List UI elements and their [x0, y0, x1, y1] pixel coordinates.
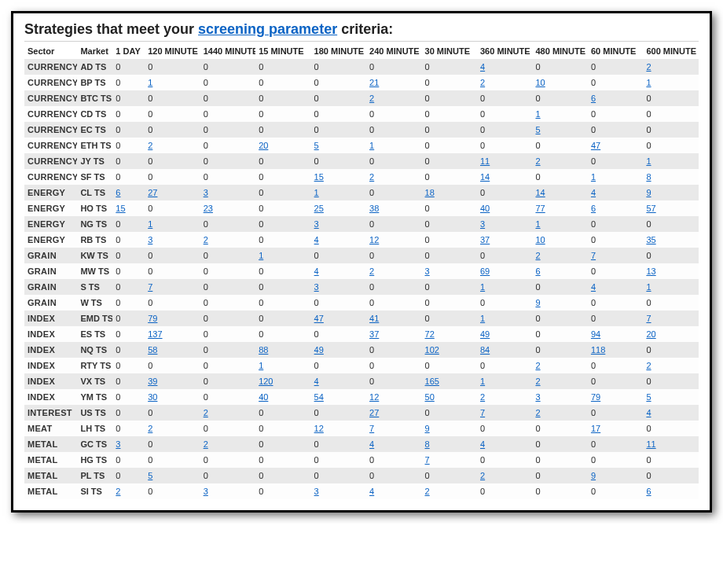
count-link[interactable]: 2: [204, 408, 208, 417]
count-link[interactable]: 47: [591, 141, 600, 150]
count-link[interactable]: 84: [480, 345, 490, 355]
count-link[interactable]: 2: [535, 156, 540, 166]
count-link[interactable]: 20: [259, 141, 268, 150]
count-link[interactable]: 165: [425, 377, 439, 386]
count-link[interactable]: 11: [480, 156, 490, 166]
count-link[interactable]: 1: [646, 282, 651, 292]
count-link[interactable]: 4: [591, 282, 596, 292]
count-link[interactable]: 25: [314, 204, 324, 213]
count-link[interactable]: 5: [646, 392, 651, 402]
count-link[interactable]: 18: [425, 188, 435, 197]
count-link[interactable]: 2: [204, 235, 208, 244]
count-link[interactable]: 2: [204, 439, 208, 449]
count-link[interactable]: 5: [314, 141, 319, 150]
count-link[interactable]: 102: [425, 345, 439, 355]
count-link[interactable]: 12: [369, 392, 379, 402]
count-link[interactable]: 15: [314, 172, 324, 182]
count-link[interactable]: 1: [259, 251, 263, 260]
count-link[interactable]: 3: [314, 487, 319, 496]
count-link[interactable]: 27: [148, 188, 157, 197]
count-link[interactable]: 7: [591, 251, 596, 260]
count-link[interactable]: 1: [646, 156, 651, 166]
count-link[interactable]: 40: [480, 204, 490, 213]
count-link[interactable]: 14: [480, 172, 490, 182]
count-link[interactable]: 6: [591, 204, 596, 213]
count-link[interactable]: 14: [535, 188, 545, 197]
count-link[interactable]: 5: [535, 125, 540, 134]
count-link[interactable]: 3: [535, 392, 540, 402]
count-link[interactable]: 4: [369, 487, 374, 496]
count-link[interactable]: 15: [116, 204, 125, 213]
count-link[interactable]: 2: [535, 361, 540, 370]
count-link[interactable]: 2: [116, 487, 120, 496]
count-link[interactable]: 1: [480, 282, 485, 292]
count-link[interactable]: 69: [480, 266, 490, 276]
count-link[interactable]: 7: [646, 314, 651, 323]
count-link[interactable]: 2: [480, 78, 485, 87]
count-link[interactable]: 120: [259, 377, 273, 386]
count-link[interactable]: 2: [148, 424, 152, 433]
count-link[interactable]: 2: [369, 94, 374, 103]
count-link[interactable]: 3: [480, 219, 485, 229]
count-link[interactable]: 3: [116, 439, 120, 449]
count-link[interactable]: 7: [148, 282, 152, 292]
count-link[interactable]: 20: [646, 329, 655, 339]
count-link[interactable]: 2: [148, 141, 152, 150]
count-link[interactable]: 5: [148, 471, 152, 480]
count-link[interactable]: 1: [480, 377, 485, 386]
count-link[interactable]: 37: [369, 329, 379, 339]
count-link[interactable]: 9: [646, 188, 651, 197]
count-link[interactable]: 49: [314, 345, 324, 355]
count-link[interactable]: 3: [148, 235, 152, 244]
count-link[interactable]: 1: [591, 172, 596, 182]
count-link[interactable]: 3: [204, 188, 208, 197]
count-link[interactable]: 1: [646, 78, 651, 87]
count-link[interactable]: 1: [148, 78, 152, 87]
count-link[interactable]: 49: [480, 329, 490, 339]
count-link[interactable]: 7: [425, 455, 430, 465]
count-link[interactable]: 10: [535, 235, 545, 244]
count-link[interactable]: 50: [425, 392, 435, 402]
count-link[interactable]: 10: [535, 78, 545, 87]
count-link[interactable]: 2: [646, 361, 651, 370]
count-link[interactable]: 1: [535, 109, 540, 119]
screening-parameter-link[interactable]: screening parameter: [198, 21, 337, 37]
count-link[interactable]: 9: [535, 298, 540, 307]
count-link[interactable]: 1: [369, 141, 374, 150]
count-link[interactable]: 23: [204, 204, 213, 213]
count-link[interactable]: 6: [535, 266, 540, 276]
count-link[interactable]: 4: [314, 377, 319, 386]
count-link[interactable]: 2: [369, 172, 374, 182]
count-link[interactable]: 4: [480, 439, 485, 449]
count-link[interactable]: 2: [535, 408, 540, 417]
count-link[interactable]: 57: [646, 204, 655, 213]
count-link[interactable]: 3: [425, 266, 430, 276]
count-link[interactable]: 1: [148, 219, 152, 229]
count-link[interactable]: 8: [646, 172, 651, 182]
count-link[interactable]: 88: [259, 345, 268, 355]
count-link[interactable]: 8: [425, 439, 430, 449]
count-link[interactable]: 2: [480, 471, 485, 480]
count-link[interactable]: 2: [369, 266, 374, 276]
count-link[interactable]: 2: [646, 62, 651, 72]
count-link[interactable]: 72: [425, 329, 435, 339]
count-link[interactable]: 13: [646, 266, 655, 276]
count-link[interactable]: 4: [591, 188, 596, 197]
count-link[interactable]: 6: [646, 487, 651, 496]
count-link[interactable]: 77: [535, 204, 545, 213]
count-link[interactable]: 1: [314, 188, 319, 197]
count-link[interactable]: 94: [591, 329, 600, 339]
count-link[interactable]: 47: [314, 314, 324, 323]
count-link[interactable]: 1: [480, 314, 485, 323]
count-link[interactable]: 7: [480, 408, 485, 417]
count-link[interactable]: 54: [314, 392, 324, 402]
count-link[interactable]: 39: [148, 377, 157, 386]
count-link[interactable]: 2: [535, 377, 540, 386]
count-link[interactable]: 79: [148, 314, 157, 323]
count-link[interactable]: 11: [646, 439, 655, 449]
count-link[interactable]: 4: [480, 62, 485, 72]
count-link[interactable]: 37: [480, 235, 490, 244]
count-link[interactable]: 6: [591, 94, 596, 103]
count-link[interactable]: 2: [480, 392, 485, 402]
count-link[interactable]: 6: [116, 188, 120, 197]
